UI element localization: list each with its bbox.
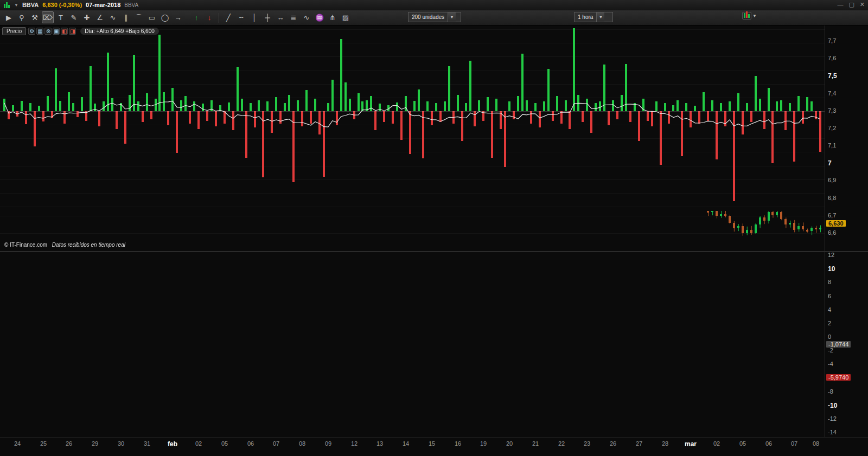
time-axis-label: 13 — [376, 440, 383, 447]
time-axis-label: 05 — [221, 440, 228, 447]
time-axis-label: 05 — [739, 440, 746, 447]
close-icon[interactable]: ✕ — [860, 1, 865, 8]
minimize-icon[interactable]: — — [837, 1, 843, 8]
time-axis-label: 02 — [195, 440, 202, 447]
axis-tick-label: 6 — [828, 293, 831, 299]
price-pane-header: Precio ⚙▦⊗▣◧◨ Día: +Alto 6,649 +Bajo 6,6… — [2, 27, 159, 35]
maximize-icon[interactable]: ▢ — [848, 1, 854, 8]
sell-arrow-icon[interactable]: ↓ — [203, 12, 215, 24]
rectangle-tool-icon[interactable]: ▭ — [146, 11, 158, 23]
time-axis-label: 25 — [40, 440, 47, 447]
gann-tool-icon[interactable]: ▨ — [340, 12, 352, 24]
units-dropdown-caret[interactable]: ▼ — [448, 12, 456, 22]
time-axis-label: 09 — [325, 440, 331, 447]
pane-settings-icon[interactable]: ⚙ — [28, 28, 35, 35]
channel-tool-icon[interactable]: ∥ — [120, 11, 132, 23]
time-axis-label: 20 — [506, 440, 513, 447]
axis-tick-label: 7,6 — [828, 55, 836, 61]
time-axis-label: 22 — [558, 440, 565, 447]
pitchfork-icon[interactable]: ⋔ — [327, 12, 339, 24]
elliott-wave-icon[interactable]: ♒ — [314, 12, 326, 24]
axis-tick-label: -4 — [828, 361, 833, 367]
axis-tick-label: 12 — [828, 252, 834, 258]
timeframe-dropdown[interactable]: 1 hora ▼ — [574, 12, 613, 22]
time-axis-label: 26 — [610, 440, 616, 447]
axis-tick-label: 7,2 — [828, 125, 836, 131]
time-axis-label: 23 — [584, 440, 590, 447]
axis-tick-label: 7,1 — [828, 142, 836, 149]
axis-tick-label: 6,9 — [828, 177, 836, 183]
indicator-histogram-chart[interactable] — [0, 25, 825, 211]
angle-tool-icon[interactable]: ∠ — [94, 11, 106, 23]
pane-export-left-icon[interactable]: ◧ — [61, 28, 68, 35]
symbol-name[interactable]: BBVA — [22, 2, 39, 8]
time-axis-label: mar — [685, 440, 697, 448]
quote-date: 07-mar-2018 — [86, 2, 120, 8]
axis-tick-label: 7,7 — [828, 37, 836, 44]
horizontal-line-icon[interactable]: ╌ — [235, 12, 247, 24]
chart-region: Precio ⚙▦⊗▣◧◨ Día: +Alto 6,649 +Bajo 6,6… — [0, 25, 868, 456]
zoom-icon[interactable]: ⚲ — [16, 11, 28, 23]
axis-tick-label: -8 — [828, 388, 833, 395]
pencil-icon[interactable]: ✎ — [68, 11, 80, 23]
pane-maximize-icon[interactable]: ▣ — [53, 28, 60, 35]
buy-arrow-icon[interactable]: ↑ — [190, 12, 202, 24]
time-axis-label: 08 — [299, 440, 305, 447]
axis-tick-label: -10 — [828, 402, 837, 409]
units-dropdown-value: 200 unidades — [409, 12, 448, 22]
arc-tool-icon[interactable]: ⌒ — [133, 12, 145, 24]
time-axis-label: 02 — [713, 440, 720, 447]
symbol-name-secondary: BBVA — [124, 2, 138, 8]
time-axis-label: feb — [168, 440, 177, 448]
time-axis-label: 12 — [351, 440, 358, 447]
axis-tick-label: 0 — [828, 333, 831, 340]
time-axis-label: 30 — [118, 440, 124, 447]
axis-tick-label: 6,6 — [828, 229, 836, 236]
axis-tick-label: 7,4 — [828, 90, 836, 97]
copyright-row: © IT-Finance.com Datos recibidos en tiem… — [4, 242, 125, 248]
axis-tick-label: -2 — [828, 347, 833, 354]
chart-style-caret[interactable]: ▼ — [752, 14, 757, 18]
pane-export-right-icon[interactable]: ◨ — [69, 28, 76, 35]
cross-tool-icon[interactable]: ✚ — [81, 11, 93, 23]
pane-close-icon[interactable]: ⊗ — [44, 28, 52, 35]
day-high-low-label: Día: +Alto 6,649 +Bajo 6,600 — [80, 28, 158, 35]
axis-tick-label: 6,7 — [828, 212, 836, 219]
arrow-right-tool-icon[interactable]: → — [172, 11, 184, 23]
app-icon — [3, 2, 10, 9]
zigzag-tool-icon[interactable]: ∿ — [107, 11, 119, 23]
time-axis[interactable]: 242526293031feb0205060708091213141516192… — [0, 437, 868, 456]
time-axis-label: 19 — [480, 440, 487, 447]
ellipse-tool-icon[interactable]: ◯ — [159, 11, 171, 23]
time-axis-label: 07 — [791, 440, 797, 447]
eraser-icon[interactable]: ⌦ — [42, 11, 54, 23]
vertical-line-icon[interactable]: │ — [248, 12, 260, 24]
pane-window-icon[interactable]: ▦ — [36, 28, 43, 35]
units-dropdown[interactable]: 200 unidades ▼ — [408, 12, 461, 22]
drawing-toolbar: ▶⚲⚒⌦T✎✚∠∿∥⌒▭◯→ ↑↓ ╱╌│┼↔≣∿♒⋔▨ 200 unidade… — [0, 10, 868, 25]
pane-divider[interactable] — [0, 251, 868, 252]
chart-style-selector[interactable]: ▼ — [742, 12, 757, 20]
price-axis[interactable]: 7,77,67,57,47,37,27,176,96,86,76,66,630 — [825, 25, 868, 251]
extended-line-icon[interactable]: ↔ — [275, 12, 286, 24]
last-price-label: 6,630 — [826, 220, 846, 227]
time-axis-label: 31 — [144, 440, 150, 447]
axis-tick-label: -14 — [828, 429, 837, 435]
tools-icon[interactable]: ⚒ — [29, 11, 41, 23]
axis-tick-label: 8 — [828, 279, 831, 285]
indicator-bar-value-label: -5,9740 — [826, 374, 851, 381]
symbol-dropdown-caret[interactable]: ▼ — [14, 3, 18, 8]
fibonacci-icon[interactable]: ≣ — [288, 12, 299, 24]
axis-tick-label: 7 — [828, 159, 832, 167]
pointer-icon[interactable]: ▶ — [3, 11, 15, 23]
indicator-axis[interactable]: 121086420-2-4-6-8-10-12-14-1,0744-5,9740 — [825, 252, 868, 437]
trend-line-icon[interactable]: ╱ — [222, 12, 234, 24]
trading-app-window: ▼ BBVA 6,630 (-0,30%) 07-mar-2018 BBVA —… — [0, 0, 868, 456]
timeframe-dropdown-caret[interactable]: ▼ — [596, 12, 604, 22]
time-axis-label: 14 — [403, 440, 409, 447]
wave-tool-icon[interactable]: ∿ — [301, 12, 312, 24]
axis-tick-label: -12 — [828, 415, 837, 422]
crosshair-line-icon[interactable]: ┼ — [261, 12, 273, 24]
price-pane-tab[interactable]: Precio — [2, 27, 26, 35]
text-tool-icon[interactable]: T — [55, 11, 67, 23]
